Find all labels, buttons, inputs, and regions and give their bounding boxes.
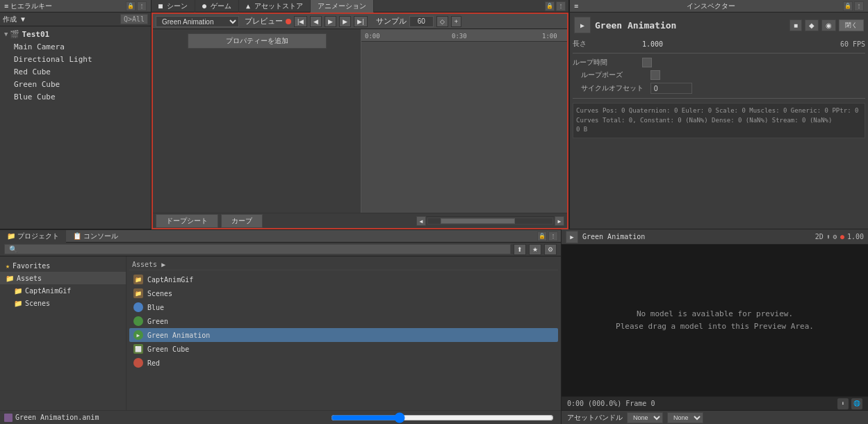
sample-input[interactable] bbox=[409, 16, 434, 27]
project-tab[interactable]: 📁 プロジェクト bbox=[0, 230, 66, 243]
asset-bundle-dropdown2[interactable]: None bbox=[667, 412, 703, 423]
project-kebab-icon[interactable]: ⋮ bbox=[548, 231, 558, 241]
preview-play-btn[interactable]: ▶ bbox=[566, 231, 578, 243]
sample-label: サンプル bbox=[376, 16, 407, 26]
game-tab[interactable]: ● ゲーム bbox=[195, 0, 239, 13]
hierarchy-search[interactable]: Q>All bbox=[120, 14, 148, 24]
asset-bundle-dropdown1[interactable]: None bbox=[627, 412, 663, 423]
loop-pose-checkbox[interactable] bbox=[650, 70, 660, 80]
animation-timeline[interactable]: 0:00 0:30 1:00 bbox=[361, 29, 567, 213]
next-frame-btn[interactable]: ▶ bbox=[339, 16, 351, 27]
inspector-title-row: ▶ Green Animation ■ ◆ ◉ 閉く bbox=[573, 15, 865, 35]
preview-icon-2[interactable]: 🌐 bbox=[851, 398, 862, 409]
preview-right-icons: ⬇ 🌐 bbox=[837, 398, 862, 409]
inspector-info-text: Curves Pos: 0 Quaternion: 0 Euler: 0 Sca… bbox=[573, 103, 865, 138]
insp-icon-2[interactable]: ◆ bbox=[805, 19, 819, 31]
blue-file-icon bbox=[133, 302, 143, 312]
project-tab-bar: 📁 プロジェクト 📋 コンソール 🔒 ⋮ bbox=[0, 230, 561, 243]
bottom-file-label: Green Animation.anim bbox=[15, 414, 99, 421]
favorites-star-icon: ★ bbox=[6, 262, 10, 270]
inspector-length-field: 長さ 1.000 60 FPS bbox=[573, 39, 865, 49]
insp-icon-1[interactable]: ■ bbox=[789, 19, 802, 31]
add-property-button[interactable]: プロパティーを追加 bbox=[188, 33, 327, 49]
hierarchy-kebab-icon[interactable]: ⋮ bbox=[137, 1, 147, 11]
sidebar-scenes[interactable]: 📁 Scenes bbox=[0, 297, 126, 309]
timeline-ruler: 0:00 0:30 1:00 bbox=[361, 29, 567, 42]
inspector-icons: ■ ◆ ◉ 閉く bbox=[789, 19, 864, 31]
preview-label: プレビュー bbox=[245, 16, 283, 26]
animation-tab[interactable]: アニメーション bbox=[311, 0, 374, 13]
zoom-slider[interactable] bbox=[331, 414, 554, 421]
hierarchy-root-item[interactable]: ▼ 🎬 Test01 bbox=[0, 28, 151, 40]
curve-btn[interactable]: カーブ bbox=[221, 214, 263, 228]
inspector-close-btn[interactable]: 閉く bbox=[839, 19, 864, 31]
insp-icon-3[interactable]: ◉ bbox=[821, 19, 836, 31]
project-search-input[interactable] bbox=[4, 244, 511, 254]
asset-store-tab[interactable]: ▲ アセットストア bbox=[239, 0, 311, 13]
inspector-lock-icon[interactable]: 🔒 bbox=[843, 1, 853, 11]
captanimgif-label: CaptAnimGif bbox=[25, 287, 71, 295]
hierarchy-lock-icon[interactable]: 🔒 bbox=[126, 1, 136, 11]
anim-lock-icon[interactable]: 🔒 bbox=[545, 1, 555, 11]
hierarchy-item-directional-light[interactable]: Directional Light bbox=[0, 53, 151, 65]
hierarchy-item-blue-cube[interactable]: Blue Cube bbox=[0, 90, 151, 103]
prev-frame-btn[interactable]: ◀ bbox=[310, 16, 322, 27]
sidebar-favorites[interactable]: ★ Favorites bbox=[0, 259, 126, 272]
preview-2d-label[interactable]: 2D bbox=[815, 233, 824, 240]
project-settings-btn[interactable]: ⚙ bbox=[544, 244, 557, 255]
project-lock-icon[interactable]: 🔒 bbox=[537, 231, 547, 241]
hierarchy-item-green-cube[interactable]: Green Cube bbox=[0, 78, 151, 90]
hierarchy-item-main-camera[interactable]: Main Camera bbox=[0, 40, 151, 53]
play-btn[interactable]: ▶ bbox=[325, 16, 336, 27]
file-captanimgif[interactable]: 📁 CaptAnimGif bbox=[129, 272, 558, 286]
hierarchy-create-btn[interactable]: 作成 ▼ bbox=[3, 15, 25, 24]
hierarchy-item-red-cube[interactable]: Red Cube bbox=[0, 65, 151, 78]
file-scenes[interactable]: 📁 Scenes bbox=[129, 286, 558, 300]
loop-pose-label: ループポーズ bbox=[581, 70, 650, 80]
dopesheet-btn[interactable]: ドープシート bbox=[156, 214, 218, 228]
green-file-label: Green bbox=[147, 318, 168, 325]
record-button[interactable] bbox=[286, 19, 291, 24]
skip-fwd-btn[interactable]: ▶| bbox=[354, 16, 367, 27]
project-upload-btn[interactable]: ⬆ bbox=[514, 244, 526, 255]
file-red[interactable]: Red bbox=[129, 356, 558, 370]
scroll-right-btn[interactable]: ▶ bbox=[555, 216, 564, 226]
console-tab[interactable]: 📋 コンソール bbox=[66, 230, 125, 243]
inspector-kebab-icon[interactable]: ⋮ bbox=[854, 1, 864, 11]
diamond-btn[interactable]: ◇ bbox=[436, 16, 448, 27]
info-line-1: Curves Pos: 0 Quaternion: 0 Euler: 0 Sca… bbox=[576, 106, 862, 116]
project-star-btn[interactable]: ★ bbox=[529, 244, 541, 255]
inspector-play-btn[interactable]: ▶ bbox=[574, 17, 591, 33]
plus-btn[interactable]: + bbox=[451, 16, 461, 27]
cycle-offset-input[interactable] bbox=[650, 83, 692, 94]
red-file-label: Red bbox=[147, 359, 160, 367]
sidebar-assets[interactable]: 📁 Assets bbox=[0, 272, 126, 284]
asset-bundle-label: アセットバンドル bbox=[567, 413, 623, 423]
scrollbar-thumb[interactable] bbox=[441, 218, 515, 224]
inspector-menu-icon[interactable]: ≡ bbox=[574, 2, 578, 10]
hierarchy-header: ≡ ヒエラルキー 🔒 ⋮ bbox=[0, 0, 151, 13]
scene-tab[interactable]: ■ シーン bbox=[152, 0, 195, 13]
file-blue[interactable]: Blue bbox=[129, 300, 558, 314]
file-green[interactable]: Green bbox=[129, 314, 558, 328]
hierarchy-menu-icon[interactable]: ≡ bbox=[4, 2, 8, 10]
sidebar-captanimgif[interactable]: 📁 CaptAnimGif bbox=[0, 284, 126, 297]
preview-icon-1[interactable]: ⬇ bbox=[837, 398, 849, 409]
inspector-anim-name: Green Animation bbox=[595, 20, 676, 31]
loop-time-checkbox[interactable] bbox=[642, 58, 652, 67]
project-tab-icon: 📁 bbox=[7, 232, 15, 240]
file-green-cube[interactable]: ⬜ Green Cube bbox=[129, 342, 558, 356]
anim-kebab-icon[interactable]: ⋮ bbox=[556, 1, 566, 11]
bottom-file-bar: Green Animation.anim bbox=[0, 410, 561, 424]
preview-content: No model is available for preview. Pleas… bbox=[562, 245, 868, 396]
animation-clip-select[interactable]: Green Animation bbox=[156, 16, 239, 27]
preview-value: 1.00 bbox=[847, 233, 864, 240]
preview-anim-name: Green Animation bbox=[582, 233, 645, 240]
preview-upload-icon[interactable]: ⬆ bbox=[826, 233, 830, 240]
green-anim-file-icon: ▶ bbox=[133, 330, 143, 340]
preview-settings-icon[interactable]: ⚙ bbox=[833, 233, 837, 240]
scroll-left-btn[interactable]: ◀ bbox=[416, 216, 426, 226]
project-tab-label: プロジェクト bbox=[17, 231, 59, 241]
skip-back-btn[interactable]: |◀ bbox=[294, 16, 307, 27]
file-green-animation[interactable]: ▶ Green Animation bbox=[129, 328, 558, 342]
